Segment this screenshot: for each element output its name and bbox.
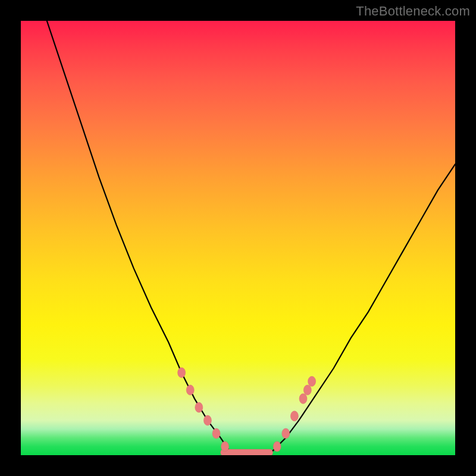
curve-marker	[282, 428, 290, 439]
plot-area	[21, 21, 455, 455]
watermark-label: TheBottleneck.com	[356, 4, 470, 19]
curve-marker	[308, 376, 316, 386]
curve-marker	[203, 415, 211, 425]
curve-marker	[212, 428, 220, 439]
curve-marker	[221, 441, 229, 452]
curve-marker	[299, 394, 307, 404]
curve-marker	[290, 411, 298, 421]
curve-marker	[178, 368, 186, 378]
curve-marker	[186, 385, 194, 395]
curve-marker	[195, 402, 203, 412]
curve-marker	[303, 385, 311, 395]
chart-frame: TheBottleneck.com	[0, 0, 476, 476]
curve-overlay	[21, 21, 455, 455]
valley-bar	[221, 449, 273, 455]
curve-marker	[273, 441, 281, 452]
marker-group	[178, 368, 316, 452]
curve-left	[47, 21, 230, 451]
curve-right	[273, 164, 455, 451]
